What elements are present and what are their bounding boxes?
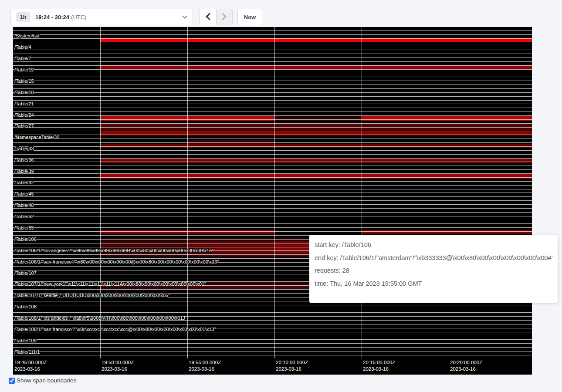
chevron-left-icon	[206, 13, 210, 21]
row-label: /Table/4	[14, 44, 31, 50]
heat-band[interactable]	[100, 38, 532, 42]
heat-band[interactable]	[100, 116, 274, 121]
tooltip-line: requests: 28	[315, 267, 553, 274]
row-label: /Table/7	[14, 56, 31, 61]
row-label: /Table/108/1/"los angeles"/"\xa8\xf5\u00…	[14, 315, 187, 321]
row-label: /Table/36	[14, 157, 34, 162]
heat-band[interactable]	[100, 144, 532, 148]
heat-band[interactable]	[362, 230, 532, 234]
heat-band[interactable]	[100, 159, 532, 163]
tooltip-line: start key: /Table/106	[315, 241, 553, 248]
row-label: /Table/55	[14, 225, 34, 230]
range-text: 19:24 - 20:24	[35, 14, 69, 20]
heat-band[interactable]	[100, 241, 187, 245]
time-range-selector[interactable]: 1h 19:24 - 20:24 (UTC)	[10, 9, 193, 25]
heat-band[interactable]	[100, 174, 532, 179]
row-label: /Table/108/1/"san francisco"/"\x8c\xcc\x…	[14, 327, 216, 332]
now-button[interactable]: Now	[237, 9, 262, 25]
row-label: /Table/12	[14, 67, 34, 72]
row-label: /Table/52	[14, 214, 34, 219]
key-visualizer-canvas[interactable]: /System/tsd/Table/4/Table/7/Table/12/Tab…	[13, 27, 532, 375]
heat-band[interactable]	[100, 131, 532, 135]
row-label: /Table/106/1/"san francisco"/"\x80\x00\x…	[14, 259, 219, 264]
show-span-boundaries-checkbox[interactable]	[9, 378, 15, 384]
time-gridline	[449, 27, 449, 358]
tooltip-line: time: Thu, 16 Mar 2023 19:55:00 GMT	[315, 280, 553, 287]
heat-band[interactable]	[100, 127, 532, 131]
chevron-right-icon	[222, 13, 227, 21]
row-label: /Table/15	[14, 78, 34, 84]
time-gridline	[187, 27, 188, 358]
row-label: /Table/45	[14, 191, 34, 196]
x-axis-tick: 20:10:00.000Z2023-03-16	[276, 359, 308, 372]
heat-band[interactable]	[100, 230, 274, 234]
row-label: /NamespaceTable/30	[14, 135, 59, 140]
row-label: /Table/111/1	[14, 349, 40, 355]
x-axis-tick: 20:15:00.000Z2023-03-16	[363, 359, 395, 372]
row-label: /Table/33	[14, 146, 34, 151]
row-label: /Table/42	[14, 180, 34, 185]
bucket-tooltip: start key: /Table/106end key: /Table/106…	[309, 235, 558, 303]
row-label: /Table/107/1/"seattle"/"UUUUUUD\x00\x80\…	[14, 293, 170, 298]
row-label: /Table/109	[14, 338, 37, 343]
heat-band[interactable]	[100, 253, 187, 257]
row-label: /Table/48	[14, 203, 34, 208]
next-range-button-disabled[interactable]	[216, 9, 232, 25]
range-duration-badge: 1h	[16, 12, 30, 22]
x-axis-tick: 19:55:00.000Z2023-03-16	[189, 359, 221, 372]
span-boundary-gridlines	[13, 27, 532, 358]
x-axis-tick: 19:50:00.000Z2023-03-16	[102, 359, 134, 372]
time-gridline	[362, 27, 362, 358]
row-label: /Table/39	[14, 169, 34, 174]
heat-band[interactable]	[274, 116, 362, 121]
row-label: /Table/108	[14, 304, 37, 309]
x-axis-tick: 19:45:00.000Z2023-03-16	[14, 359, 47, 372]
toolbar: 1h 19:24 - 20:24 (UTC) Now	[0, 0, 562, 27]
row-label: /System/tsd	[14, 33, 39, 38]
show-span-boundaries-control: Show span boundaries	[9, 377, 76, 384]
range-timezone: (UTC)	[71, 14, 86, 20]
heat-band[interactable]	[187, 241, 274, 245]
row-label: /Table/24	[14, 112, 34, 118]
prev-range-button[interactable]	[200, 9, 216, 25]
row-label: /Table/107/1/"new york"/"\x11\x11\x11\x1…	[14, 281, 206, 287]
time-gridline	[274, 27, 275, 358]
heat-band[interactable]	[100, 65, 532, 69]
range-nav-group	[200, 9, 233, 25]
row-label: /Table/18	[14, 90, 34, 95]
heat-band[interactable]	[362, 116, 532, 121]
chevron-down-icon	[182, 15, 187, 19]
row-label: /Table/27	[14, 123, 34, 128]
time-gridline	[100, 27, 101, 358]
heat-band[interactable]	[187, 140, 274, 144]
heat-band[interactable]	[100, 123, 532, 127]
show-span-boundaries-label: Show span boundaries	[17, 377, 76, 384]
row-label: /Table/21	[14, 101, 34, 106]
row-label: /Table/107	[14, 270, 37, 276]
tooltip-line: end key: /Table/106/1/"amsterdam"/"\xb33…	[315, 254, 553, 261]
row-label: /Table/106	[14, 237, 37, 242]
x-axis-tick: 20:20:00.000Z2023-03-16	[450, 359, 482, 372]
row-label: /Table/106/1/"los angeles"/"\x99\x99\x99…	[14, 248, 213, 253]
